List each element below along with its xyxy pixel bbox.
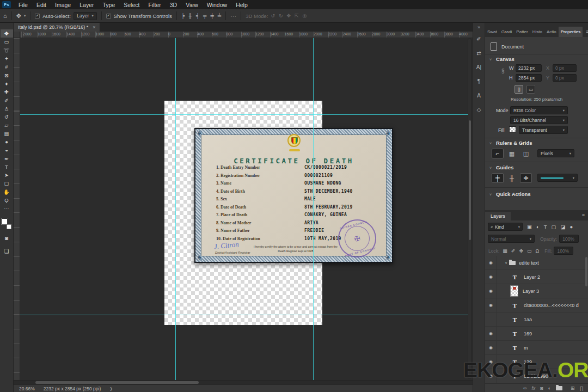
visibility-eye-icon[interactable]: ◉ — [485, 298, 497, 312]
align-bottom-icon[interactable]: ╧ — [218, 13, 221, 19]
visibility-eye-icon[interactable]: ◉ — [485, 341, 497, 354]
horizontal-guide[interactable] — [20, 315, 468, 315]
grid-toggle-icon[interactable]: ▦ — [506, 149, 518, 158]
more-tools[interactable]: ⋯ — [1, 204, 13, 212]
lock-position-icon[interactable]: ✥ — [519, 248, 523, 254]
landscape-orientation-button[interactable]: ▭ — [526, 85, 535, 94]
filter-adjustment-layers-icon[interactable]: ◐ — [536, 224, 540, 230]
brush-settings-panel-icon[interactable]: ✐ — [473, 32, 485, 46]
vertical-guide[interactable] — [175, 38, 176, 380]
chevron-down-icon[interactable]: ˅ — [489, 142, 492, 145]
panel-tab-histo[interactable]: Histo — [530, 27, 544, 37]
gradient-tool[interactable]: ▤ — [1, 130, 13, 138]
move-tool[interactable]: ✥ — [1, 29, 13, 38]
marquee-tool[interactable]: ▭ — [1, 38, 13, 46]
align-left-icon[interactable]: ╞ — [181, 13, 185, 19]
align-middle-icon[interactable]: ╪ — [210, 13, 213, 19]
vertical-guide[interactable] — [313, 38, 314, 380]
lock-guides-icon[interactable]: ╫ — [506, 173, 518, 183]
filter-pin-icon[interactable]: ● — [570, 224, 573, 230]
layer-row[interactable]: ◉Tcita000000...<<<<<<<0 d — [485, 298, 588, 313]
brush-tool[interactable]: ✐ — [1, 96, 13, 104]
menu-file[interactable]: File — [14, 0, 32, 9]
panel-tab-actio[interactable]: Actio — [544, 27, 559, 37]
close-tab-icon[interactable]: × — [93, 24, 95, 30]
canvas-fill-dropdown[interactable]: Transparent▾ — [519, 126, 568, 134]
quick-mask-icon[interactable]: ◙ — [1, 234, 13, 242]
menu-edit[interactable]: Edit — [32, 0, 51, 9]
link-dimensions-icon[interactable]: § — [501, 68, 505, 74]
layers-scroll-thumb[interactable] — [585, 257, 587, 286]
tool-presets-panel-icon[interactable]: ⇄ — [473, 46, 485, 60]
hand-tool[interactable]: ✋ — [1, 188, 13, 196]
foreground-color-swatch[interactable] — [2, 218, 8, 224]
canvas-area[interactable]: 2000180016001400120010008006004002000200… — [14, 32, 473, 380]
delete-layer-icon[interactable]: ∏ — [580, 385, 584, 391]
menu-help[interactable]: Help — [231, 0, 252, 9]
vertical-ruler[interactable] — [14, 38, 20, 380]
visibility-eye-icon[interactable]: ◉ — [485, 284, 497, 298]
photoshop-logo-icon[interactable]: Ps — [2, 1, 11, 8]
layer-row[interactable]: ◉∨edite text — [485, 256, 588, 270]
visibility-eye-icon[interactable]: ◉ — [485, 256, 497, 270]
background-color-swatch[interactable] — [7, 224, 11, 229]
type-layer-icon[interactable]: T — [510, 344, 519, 352]
new-layer-icon[interactable]: ⊞ — [571, 385, 575, 391]
color-swatches[interactable] — [1, 218, 12, 229]
type-layer-icon[interactable]: T — [510, 329, 519, 338]
certificate-image[interactable]: ❦ ❦ ❦ ❦ CERTIFICATE OF DEATH 1. Death En… — [194, 128, 393, 263]
ruler-toggle-icon[interactable]: ⌐ — [492, 149, 504, 158]
visibility-off-icon[interactable] — [485, 313, 497, 326]
filter-shape-layers-icon[interactable]: ▢ — [552, 224, 556, 230]
layer-thumbnail[interactable] — [510, 285, 518, 297]
panel-tab-patter[interactable]: Patter — [514, 27, 530, 37]
pen-tool[interactable]: ✒ — [1, 154, 13, 162]
layer-name[interactable]: Layer 2 — [524, 274, 540, 280]
align-right-icon[interactable]: ╡ — [196, 13, 199, 19]
frame-tool[interactable]: ⊠ — [1, 71, 13, 79]
history-brush-tool[interactable]: ↺ — [1, 113, 13, 121]
eyedropper-tool[interactable]: ♦ — [1, 79, 13, 88]
panel-menu-icon[interactable]: ≡ — [579, 210, 588, 220]
more-options-icon[interactable]: ⋯ — [230, 13, 236, 20]
layer-row[interactable]: ◉Layer 3 — [485, 284, 588, 298]
dodge-tool[interactable]: ◒ — [1, 146, 13, 154]
type-layer-icon[interactable]: T — [510, 315, 519, 323]
document-tab[interactable]: Italy id.psd @ 20.7% (RGB/16) * × — [14, 23, 100, 32]
character-panel-icon[interactable]: A| — [473, 60, 485, 74]
link-layers-icon[interactable]: ∞ — [523, 385, 526, 391]
panel-tab-properties[interactable]: Properties — [559, 27, 583, 37]
horizontal-scrollbar[interactable] — [14, 380, 473, 384]
filter-type-layers-icon[interactable]: T — [544, 224, 547, 230]
filter-pixel-layers-icon[interactable]: ▣ — [527, 224, 532, 230]
lock-all-icon[interactable]: Ω — [535, 248, 539, 254]
eraser-tool[interactable]: ▱ — [1, 121, 13, 129]
menu-layer[interactable]: Layer — [75, 0, 98, 9]
visibility-eye-icon[interactable]: ◉ — [485, 270, 497, 284]
guides-layout-icon[interactable]: ◫ — [520, 149, 532, 158]
libraries-panel-icon[interactable]: ◇ — [473, 102, 485, 117]
layer-row[interactable]: ◉TLayer 2 — [485, 270, 588, 284]
vertical-scrollbar[interactable] — [468, 38, 471, 379]
color-mode-dropdown[interactable]: RGB Color▾ — [510, 106, 568, 114]
lock-artboard-icon[interactable]: ▭ — [527, 248, 532, 254]
clone-stamp-tool[interactable]: ♙ — [1, 105, 13, 113]
ruler-units-dropdown[interactable]: Pixels▾ — [537, 149, 574, 157]
align-center-h-icon[interactable]: ╫ — [188, 13, 192, 19]
menu-view[interactable]: View — [181, 0, 203, 9]
horizontal-guide[interactable] — [20, 114, 468, 115]
lock-transparency-icon[interactable]: ▦ — [503, 248, 507, 254]
layer-mask-icon[interactable]: ◙ — [540, 385, 543, 391]
current-tool-icon[interactable]: ✥ — [16, 13, 21, 20]
chevron-down-icon[interactable]: ˅ — [489, 166, 492, 170]
menu-filter[interactable]: Filter — [144, 0, 165, 9]
auto-select-checkbox[interactable]: ✓ — [35, 14, 40, 19]
crop-tool[interactable]: # — [1, 63, 13, 71]
layer-name[interactable]: m — [524, 345, 528, 351]
shape-tool[interactable]: ▢ — [1, 179, 13, 187]
tool-caret-icon[interactable]: ▾ — [24, 14, 26, 18]
type-layer-icon[interactable]: T — [510, 273, 519, 281]
vertical-scroll-thumb[interactable] — [469, 120, 471, 240]
menu-type[interactable]: Type — [98, 0, 119, 9]
lock-pixels-icon[interactable]: ✐ — [511, 248, 516, 254]
